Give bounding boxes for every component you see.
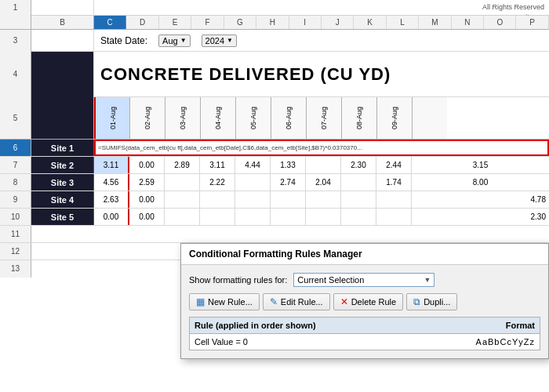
site4-g bbox=[235, 191, 271, 208]
date-col-02aug: 02-Aug bbox=[129, 97, 165, 139]
new-rule-icon: ▦ bbox=[196, 296, 205, 307]
site2-i bbox=[306, 157, 341, 173]
row-header-14: 13 bbox=[0, 260, 31, 278]
col-header-l: L bbox=[387, 16, 419, 29]
date-col-06aug: 06-Aug bbox=[271, 97, 306, 139]
site4-i bbox=[306, 191, 341, 208]
date-col-03aug: 03-Aug bbox=[165, 97, 200, 139]
site3-f: 2.22 bbox=[200, 174, 235, 191]
page-title: CONCRETE DELIVERED (CU YD) bbox=[94, 64, 391, 85]
row-header-13: 12 bbox=[0, 243, 31, 260]
site4-k bbox=[376, 191, 412, 208]
site3-k: 1.74 bbox=[376, 174, 412, 191]
site4-d: 0.00 bbox=[129, 191, 165, 208]
site2-e: 2.89 bbox=[165, 157, 200, 173]
site4-j bbox=[341, 191, 376, 208]
site2-h: 1.33 bbox=[271, 157, 306, 173]
date-col-07aug: 07-Aug bbox=[306, 97, 341, 139]
site4-c: 2.63 bbox=[94, 191, 129, 208]
month-dropdown[interactable]: Aug ▼ bbox=[158, 34, 191, 47]
date-col-10aug bbox=[412, 97, 447, 139]
site3-g bbox=[235, 174, 271, 191]
col-header-i: I bbox=[289, 16, 322, 29]
format-preview: AaBbCcYyZz bbox=[476, 337, 535, 347]
col-header-d: D bbox=[126, 16, 158, 29]
row-header-10: 9 bbox=[0, 191, 31, 208]
col-header-e: E bbox=[159, 16, 191, 29]
site5-rest: 2.30 bbox=[412, 209, 549, 225]
site4-label: Site 4 bbox=[31, 191, 94, 208]
edit-rule-button[interactable]: ✎ Edit Rule... bbox=[263, 293, 330, 310]
duplicate-rule-icon: ⧉ bbox=[413, 296, 420, 307]
rule-text: Cell Value = 0 bbox=[195, 337, 248, 347]
row-header-6: 5 bbox=[0, 97, 31, 139]
site3-e bbox=[165, 174, 200, 191]
site4-h bbox=[271, 191, 306, 208]
col-header-p: P bbox=[516, 16, 548, 29]
site5-j bbox=[341, 209, 376, 225]
month-dropdown-arrow: ▼ bbox=[180, 37, 187, 44]
year-dropdown-arrow: ▼ bbox=[227, 37, 233, 44]
show-for-dropdown[interactable]: Current Selection ▼ bbox=[293, 273, 434, 287]
site5-label: Site 5 bbox=[31, 209, 94, 225]
site1-label: Site 1 bbox=[31, 140, 94, 156]
row-header-7: 6 bbox=[0, 140, 31, 156]
site2-rest: 3.15 bbox=[412, 157, 549, 173]
delete-rule-icon: ✕ bbox=[340, 296, 348, 307]
show-for-label: Show formatting rules for: bbox=[189, 275, 287, 285]
date-col-08aug: 08-Aug bbox=[341, 97, 376, 139]
col-header-k: K bbox=[354, 16, 386, 29]
col-header-b: B bbox=[31, 16, 94, 29]
col-header-c: C bbox=[94, 16, 126, 29]
dialog-title: Conditional Formatting Rules Manager bbox=[189, 249, 362, 260]
site4-rest: 4.78 bbox=[412, 191, 549, 208]
spreadsheet: 1 © 2024 EMAGENIT All Rights Reserved ww… bbox=[0, 0, 549, 392]
site2-label: Site 2 bbox=[31, 157, 94, 173]
site3-h: 2.74 bbox=[271, 174, 306, 191]
delete-rule-button[interactable]: ✕ Delete Rule bbox=[333, 293, 403, 310]
site2-f: 3.11 bbox=[200, 157, 235, 173]
site5-g bbox=[235, 209, 271, 225]
site2-j: 2.30 bbox=[341, 157, 376, 173]
date-col-04aug: 04-Aug bbox=[200, 97, 235, 139]
site3-i: 2.04 bbox=[306, 174, 341, 191]
site3-rest: 8.00 bbox=[412, 174, 549, 191]
site3-j bbox=[341, 174, 376, 191]
col-header-h: H bbox=[256, 16, 289, 29]
site5-c: 0.00 bbox=[94, 209, 129, 225]
row-header-9: 8 bbox=[0, 174, 31, 191]
row-header-8: 7 bbox=[0, 157, 31, 173]
state-date-label: State Date: bbox=[100, 35, 147, 46]
col-header-f: F bbox=[191, 16, 224, 29]
site2-k: 2.44 bbox=[376, 157, 412, 173]
row-header-1: 1 bbox=[0, 0, 31, 16]
show-for-dropdown-arrow: ▼ bbox=[424, 276, 431, 284]
col-header-o: O bbox=[484, 16, 516, 29]
site2-c: 3.11 bbox=[94, 157, 129, 173]
dialog-table-header: Rule (applied in order shown) Format bbox=[189, 317, 540, 333]
row-header-4: 4 bbox=[0, 52, 31, 97]
site5-e bbox=[165, 209, 200, 225]
date-col-09aug: 09-Aug bbox=[376, 97, 412, 139]
site1-formula-cell: =SUMIFS(data_cem_etb[cu ft],data_cem_etb… bbox=[94, 140, 549, 156]
site3-label: Site 3 bbox=[31, 174, 94, 191]
site5-k bbox=[376, 209, 412, 225]
site5-f bbox=[200, 209, 235, 225]
site4-e bbox=[165, 191, 200, 208]
date-col-01aug: 01-Aug bbox=[94, 97, 129, 139]
site2-g: 4.44 bbox=[235, 157, 271, 173]
duplicate-rule-button[interactable]: ⧉ Dupli... bbox=[406, 293, 457, 310]
row-header-3: 3 bbox=[0, 30, 31, 52]
col-header-n: N bbox=[452, 16, 484, 29]
new-rule-button[interactable]: ▦ New Rule... bbox=[189, 293, 260, 310]
col-header-g: G bbox=[224, 16, 256, 29]
year-dropdown[interactable]: 2024 ▼ bbox=[202, 34, 237, 47]
site5-h bbox=[271, 209, 306, 225]
conditional-formatting-dialog: Conditional Formatting Rules Manager Sho… bbox=[180, 243, 549, 359]
site5-i bbox=[306, 209, 341, 225]
row-header-12: 11 bbox=[0, 226, 31, 242]
col-header-j: J bbox=[322, 16, 354, 29]
dialog-rule-row[interactable]: Cell Value = 0 AaBbCcYyZz bbox=[189, 333, 540, 350]
site3-d: 2.59 bbox=[129, 174, 165, 191]
date-col-05aug: 05-Aug bbox=[235, 97, 271, 139]
